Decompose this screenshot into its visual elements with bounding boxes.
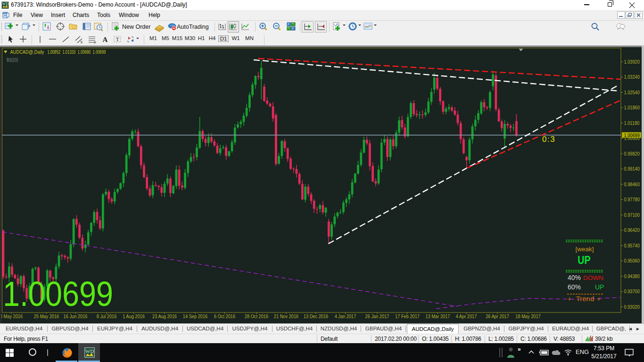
svg-text:26 Jan 2017: 26 Jan 2017 — [365, 313, 389, 319]
svg-text:18 May 2017: 18 May 2017 — [515, 313, 541, 319]
svg-text:WD: WD — [2, 2, 8, 6]
svg-text:13 Dec 2016: 13 Dec 2016 — [304, 313, 329, 319]
svg-text:1.00699: 1.00699 — [624, 132, 640, 138]
svg-text:25 May 2016: 25 May 2016 — [34, 313, 59, 319]
svg-text:0.95060: 0.95060 — [624, 258, 640, 264]
svg-text:1.01180: 1.01180 — [624, 120, 640, 126]
svg-text:+: + — [597, 295, 601, 303]
svg-text:0.99140: 0.99140 — [624, 166, 640, 172]
svg-text:UP: UP — [578, 254, 590, 266]
svg-text:14 Sep 2016: 14 Sep 2016 — [183, 313, 208, 319]
svg-text:0.98460: 0.98460 — [624, 181, 640, 187]
svg-text:17 Feb 2017: 17 Feb 2017 — [395, 313, 420, 319]
svg-text:60%: 60% — [568, 283, 581, 291]
svg-text:16 Jun 2016: 16 Jun 2016 — [64, 313, 88, 319]
svg-text:0.93700: 0.93700 — [624, 289, 640, 295]
svg-text:WD: WD — [85, 348, 94, 354]
svg-text:8 Jul 2016: 8 Jul 2016 — [97, 313, 117, 319]
svg-text:DOWN: DOWN — [583, 274, 603, 281]
svg-text:1.03920: 1.03920 — [624, 59, 640, 65]
svg-text:13 Mar 2017: 13 Mar 2017 — [426, 313, 450, 319]
svg-text:28 Oct 2016: 28 Oct 2016 — [245, 313, 269, 319]
svg-text:0.95740: 0.95740 — [624, 243, 640, 248]
svg-text:40%: 40% — [568, 274, 581, 281]
svg-text:0.94380: 0.94380 — [624, 273, 640, 279]
svg-text:1.00699: 1.00699 — [3, 274, 113, 313]
svg-text:Trend: Trend — [576, 295, 594, 303]
svg-text:4 Apr 2017: 4 Apr 2017 — [456, 313, 477, 319]
svg-text:1 Aug 2016: 1 Aug 2016 — [123, 313, 145, 319]
svg-text:26 Apr 2017: 26 Apr 2017 — [486, 313, 509, 319]
svg-text:1.00852 1.01333 1.00680 1.0: 1.00852 1.01333 1.00680 1.00699 — [47, 49, 106, 55]
svg-text:+: + — [568, 295, 571, 303]
svg-text:0.96420: 0.96420 — [624, 228, 640, 233]
svg-text:UP: UP — [595, 283, 604, 291]
svg-text:1.03240: 1.03240 — [624, 74, 640, 80]
svg-text:1.02540: 1.02540 — [624, 90, 640, 95]
svg-text:0:3: 0:3 — [542, 135, 555, 144]
svg-text:0.93020: 0.93020 — [624, 304, 640, 310]
svg-text:6 Oct 2016: 6 Oct 2016 — [214, 313, 235, 319]
svg-text:21 Nov 2016: 21 Nov 2016 — [274, 313, 299, 319]
svg-text:0.99820: 0.99820 — [624, 151, 640, 156]
svg-text:F: F — [94, 41, 96, 44]
svg-text:3 May 2016: 3 May 2016 — [0, 313, 23, 319]
svg-text:4 Jan 2017: 4 Jan 2017 — [335, 313, 356, 319]
svg-text:[weak]: [weak] — [575, 246, 594, 253]
svg-text:0.97780: 0.97780 — [624, 197, 640, 203]
svg-text:1.01860: 1.01860 — [624, 105, 640, 111]
svg-text:T: T — [116, 36, 119, 42]
svg-text:AUDCAD@,Daily: AUDCAD@,Daily — [10, 49, 45, 55]
svg-text:A: A — [103, 36, 108, 43]
svg-text:BS(10): BS(10) — [7, 58, 18, 63]
svg-text:E: E — [81, 41, 83, 44]
svg-text:0.97100: 0.97100 — [624, 212, 640, 218]
svg-text:23 Aug 2016: 23 Aug 2016 — [152, 313, 177, 319]
